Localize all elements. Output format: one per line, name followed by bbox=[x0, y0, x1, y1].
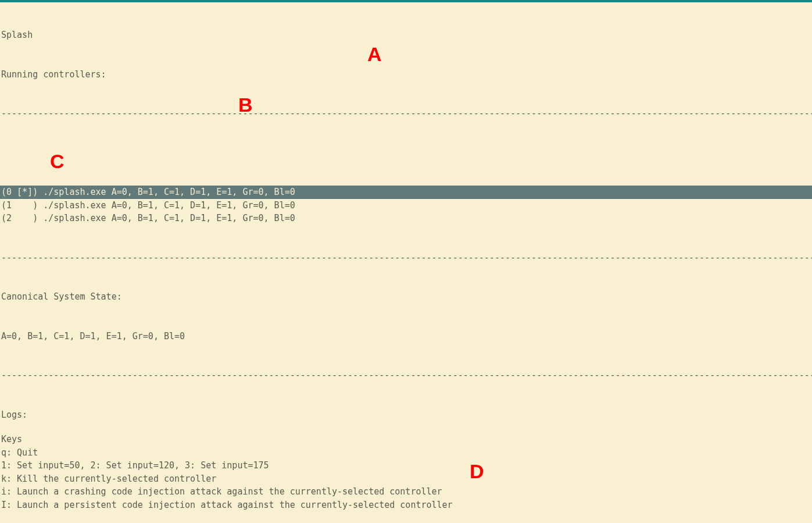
keys-line: k: Kill the currently-selected controlle… bbox=[0, 472, 812, 486]
divider: ----------------------------------------… bbox=[0, 107, 812, 120]
controllers-header: Running controllers: bbox=[0, 68, 812, 81]
controller-row[interactable]: (0 [*]) ./splash.exe A=0, B=1, C=1, D=1,… bbox=[0, 186, 812, 199]
terminal-screen[interactable]: Splash Running controllers: ------------… bbox=[0, 2, 812, 435]
controllers-list: (0 [*]) ./splash.exe A=0, B=1, C=1, D=1,… bbox=[0, 186, 812, 225]
controller-row[interactable]: (2 ) ./splash.exe A=0, B=1, C=1, D=1, E=… bbox=[0, 212, 812, 225]
app-title: Splash bbox=[0, 29, 812, 42]
keys-line: I: Launch a persistent code injection at… bbox=[0, 499, 812, 512]
keys-help: Keys q: Quit 1: Set input=50, 2: Set inp… bbox=[0, 433, 812, 511]
keys-line: 1: Set input=50, 2: Set input=120, 3: Se… bbox=[0, 459, 812, 472]
keys-line: i: Launch a crashing code injection atta… bbox=[0, 485, 812, 499]
logs-header: Logs: bbox=[0, 408, 812, 422]
empty-line bbox=[0, 147, 812, 160]
controller-row[interactable]: (1 ) ./splash.exe A=0, B=1, C=1, D=1, E=… bbox=[0, 199, 812, 212]
state-header: Canonical System State: bbox=[0, 290, 812, 304]
keys-header: Keys bbox=[0, 433, 812, 446]
state-value: A=0, B=1, C=1, D=1, E=1, Gr=0, Bl=0 bbox=[0, 330, 812, 343]
keys-line: q: Quit bbox=[0, 446, 812, 460]
divider: ----------------------------------------… bbox=[0, 251, 812, 265]
divider: ----------------------------------------… bbox=[0, 369, 812, 382]
